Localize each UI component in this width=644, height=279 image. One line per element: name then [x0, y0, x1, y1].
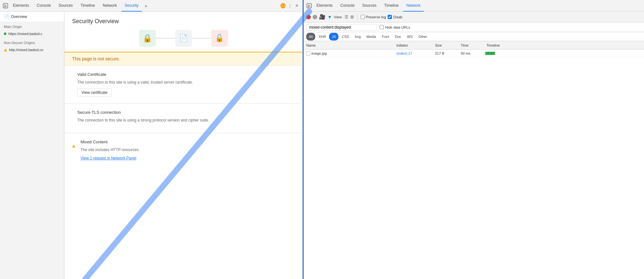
network-panel: Elements Console Sources Timeline Networ…	[303, 0, 644, 279]
mixed-content-description: The site includes HTTP resources.	[80, 147, 140, 153]
devtools-logo-icon	[3, 3, 8, 9]
warning-icon: ⚠	[281, 4, 284, 7]
svg-rect-1	[4, 5, 6, 5]
green-dot-icon	[4, 32, 6, 35]
svg-rect-5	[308, 5, 309, 5]
filter-tab-js[interactable]: JS	[329, 33, 338, 40]
page-title: Security Overview	[64, 12, 302, 30]
col-time-header[interactable]: Time	[458, 43, 484, 47]
diagram-line-1	[156, 38, 175, 39]
secure-tls-heading: Secure TLS connection	[77, 110, 209, 115]
preserve-log-checkbox-label[interactable]: Preserve log	[361, 15, 386, 19]
filter-tab-other[interactable]: Other	[416, 33, 430, 40]
net-tab-sources[interactable]: Sources	[359, 0, 380, 12]
disable-checkbox[interactable]	[388, 15, 392, 19]
warning-triangle-icon	[4, 49, 7, 51]
view-requests-link[interactable]: View 1 request in Network Panel	[80, 156, 136, 160]
security-sidebar: 📄 Overview Main Origin https://mixed.bad…	[0, 12, 64, 279]
mixed-content-section: Mixed Content The site includes HTTP res…	[64, 133, 302, 167]
net-tab-timeline[interactable]: Timeline	[381, 0, 402, 12]
more-tabs-icon[interactable]: »	[143, 3, 149, 9]
tab-sources[interactable]: Sources	[55, 0, 76, 12]
mixed-content-icon	[72, 140, 75, 160]
tab-security[interactable]: Security	[121, 0, 142, 12]
left-toolbar: Elements Console Sources Timeline Networ…	[0, 0, 302, 12]
more-options-icon[interactable]: ⋮	[287, 3, 293, 9]
cell-size: 217 B	[432, 51, 458, 55]
lock-icon: 🔒	[143, 34, 152, 43]
cell-initiator[interactable]: (index):17	[394, 51, 432, 55]
filter-tab-font[interactable]: Font	[379, 33, 392, 40]
security-diagram: 🔒 📄 🔓	[64, 30, 302, 52]
filter-row: Hide data URLs	[304, 22, 644, 32]
tab-network[interactable]: Network	[99, 0, 120, 12]
secure-tls-content: Secure TLS connection The connection to …	[77, 110, 209, 126]
cell-name: image.jpg	[304, 51, 394, 56]
security-warning-bar: This page is not secure.	[64, 52, 302, 65]
preserve-log-checkbox[interactable]	[361, 15, 365, 19]
view-label: View:	[334, 15, 343, 19]
separator	[357, 14, 357, 20]
secure-icon-box: 🔒	[139, 30, 156, 47]
filter-tab-ws[interactable]: WS	[404, 33, 415, 40]
record-button[interactable]	[306, 15, 311, 19]
valid-cert-content: Valid Certificate The connection to this…	[77, 72, 193, 97]
filter-tab-css[interactable]: CSS	[339, 33, 352, 40]
filter-tab-img[interactable]: Img	[352, 33, 363, 40]
col-name-header[interactable]: Name	[304, 43, 394, 47]
col-size-header[interactable]: Size	[432, 43, 458, 47]
hide-data-urls-checkbox[interactable]	[380, 25, 384, 29]
filter-tabs-row: All XHR JS CSS Img Media Font Doc	[304, 32, 644, 41]
tab-elements[interactable]: Elements	[10, 0, 32, 12]
security-main-content: Security Overview 🔒 📄 🔓	[64, 12, 302, 279]
network-table-header: Name Initiator Size Time Timeline	[304, 41, 644, 50]
page-icon: 📄	[179, 34, 188, 42]
cell-time: 50 ms	[458, 51, 484, 55]
net-tab-network[interactable]: Network	[403, 0, 424, 12]
table-row[interactable]: image.jpg (index):17 217 B 50 ms	[304, 50, 644, 57]
file-icon	[306, 51, 310, 56]
net-tab-elements[interactable]: Elements	[313, 0, 336, 12]
stop-button[interactable]	[313, 15, 317, 19]
sidebar-non-secure-origin[interactable]: http://mixed.badssl.co	[0, 46, 64, 54]
devtools-body: 📄 Overview Main Origin https://mixed.bad…	[0, 12, 302, 279]
sidebar-item-overview[interactable]: 📄 Overview	[0, 12, 64, 22]
filter-tab-media[interactable]: Media	[364, 33, 379, 40]
svg-rect-7	[308, 7, 310, 7]
filter-tab-doc[interactable]: Doc	[392, 33, 404, 40]
close-icon[interactable]: ×	[294, 3, 300, 9]
grid-view-icon[interactable]: ⊞	[350, 14, 354, 19]
valid-cert-section: Valid Certificate The connection to this…	[64, 65, 302, 103]
document-icon: 📄	[4, 14, 9, 19]
col-initiator-header[interactable]: Initiator	[394, 43, 432, 47]
svg-rect-3	[4, 7, 6, 7]
timeline-bar	[485, 52, 495, 55]
cell-timeline	[484, 52, 644, 55]
svg-rect-2	[4, 6, 7, 6]
view-certificate-button[interactable]: View certificate	[77, 88, 111, 97]
mixed-content-heading: Mixed Content	[80, 140, 140, 144]
warning-badge: ⚠ 1	[280, 3, 286, 8]
tab-console[interactable]: Console	[33, 0, 54, 12]
devtools-logo-right-icon	[306, 3, 312, 9]
network-toolbar: Elements Console Sources Timeline Networ…	[304, 0, 644, 12]
camera-icon[interactable]: 🎥	[319, 14, 326, 20]
col-timeline-header[interactable]: Timeline	[484, 43, 644, 47]
filter-tab-all[interactable]: All	[306, 33, 315, 40]
secure-tls-section: Secure TLS connection The connection to …	[64, 103, 302, 133]
diagram-line-2	[192, 38, 211, 39]
network-controls-row: 🎥 ▼ View: ☰ ⊞ Preserve log Disab	[304, 12, 644, 22]
net-tab-console[interactable]: Console	[337, 0, 358, 12]
hide-data-urls-label[interactable]: Hide data URLs	[380, 25, 410, 29]
list-view-icon[interactable]: ☰	[345, 14, 348, 19]
secure-tls-description: The connection to this site is using a s…	[77, 117, 209, 123]
valid-cert-description: The connection to this site is using a v…	[77, 79, 193, 85]
sidebar-main-origin[interactable]: https://mixed.badssl.c	[0, 30, 64, 38]
filter-input[interactable]	[306, 24, 377, 31]
page-icon-box: 📄	[175, 30, 192, 47]
disable-checkbox-label[interactable]: Disab	[388, 15, 402, 19]
filter-icon[interactable]: ▼	[327, 14, 332, 20]
tab-timeline[interactable]: Timeline	[77, 0, 98, 12]
filter-tab-xhr[interactable]: XHR	[316, 33, 328, 40]
mixed-content-content: Mixed Content The site includes HTTP res…	[80, 140, 140, 160]
